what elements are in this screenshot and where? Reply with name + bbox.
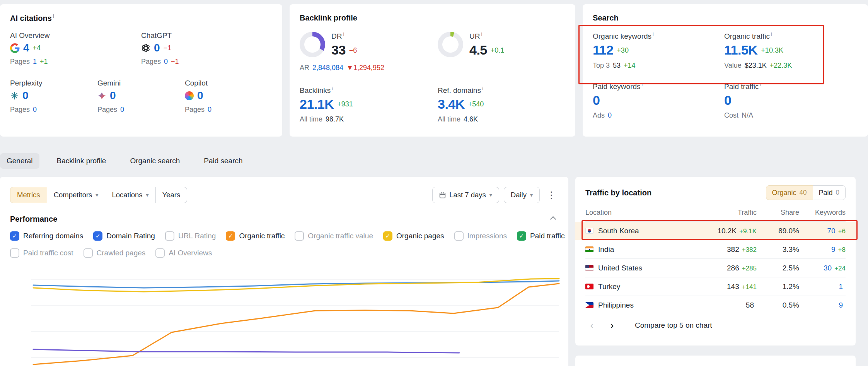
date-controls: Last 7 days▾ Daily▾ ⋮ <box>432 187 558 203</box>
column-location: Location <box>585 209 691 217</box>
metrics-button[interactable]: Metrics <box>10 187 47 203</box>
metric-toggle-domain-rating[interactable]: ✓Domain Rating <box>93 231 155 241</box>
backlink-profile-grid: DRi 33−6 AR 2,848,084 ▼1,294,952 URi 4.5… <box>300 32 565 123</box>
prev-page-button[interactable]: ‹ <box>585 318 599 333</box>
keywords-link[interactable]: 30 <box>824 264 832 272</box>
chevron-down-icon: ▾ <box>530 192 533 198</box>
metric-toggle-organic-traffic-value[interactable]: Organic traffic value <box>295 231 373 241</box>
metric-toggle-impressions[interactable]: Impressions <box>454 231 507 241</box>
metric-value-link[interactable]: 0 <box>22 90 29 102</box>
metric-toggle-organic-pages[interactable]: ✓Organic pages <box>383 231 444 241</box>
metric-value-link[interactable]: 3.4K <box>438 97 465 111</box>
metric-value-link[interactable]: 0 <box>154 42 160 54</box>
metric-value-link[interactable]: 11.5K <box>724 43 757 57</box>
chevron-down-icon: ▾ <box>95 192 98 198</box>
metric-value-link[interactable]: 0 <box>593 93 600 108</box>
traffic-value: 286 <box>727 264 739 272</box>
table-row-india[interactable]: India 382+382 3.3% 9+8 <box>585 240 846 258</box>
metric-delta: −1 <box>164 44 172 52</box>
metric-value-link[interactable]: 0 <box>197 90 203 102</box>
pages-value-link[interactable]: 0 <box>120 106 124 114</box>
metric-label: Copilot <box>185 79 272 87</box>
table-row-united-states[interactable]: United States 286+285 2.5% 30+24 <box>585 258 846 277</box>
location-name: United States <box>598 264 642 272</box>
traffic-by-location-title: Traffic by location <box>585 188 651 197</box>
date-range-button[interactable]: Last 7 days▾ <box>432 187 499 203</box>
metric-value-link[interactable]: 0 <box>724 93 731 108</box>
ar-delta: ▼1,294,952 <box>346 64 384 72</box>
card-title-text: AI citations <box>10 14 52 22</box>
organic-toggle-button[interactable]: Organic40 <box>766 185 813 200</box>
paid-toggle-button[interactable]: Paid0 <box>813 185 846 200</box>
tab-general[interactable]: General <box>0 153 39 169</box>
years-button[interactable]: Years <box>155 187 188 203</box>
metric-toggle-ai-overviews[interactable]: AI Overviews <box>155 248 212 258</box>
ar-value-link[interactable]: 2,848,084 <box>312 64 343 72</box>
compare-top5-on-chart[interactable]: Compare top 5 on chart <box>635 321 712 330</box>
metric-toggle-label: Paid traffic cost <box>23 249 73 257</box>
metric-toggle-paid-traffic-cost[interactable]: Paid traffic cost <box>10 248 73 258</box>
pages-value-link[interactable]: 1 <box>33 58 37 66</box>
next-page-button[interactable]: › <box>605 318 619 333</box>
metric-label: DR <box>331 32 342 40</box>
info-icon[interactable]: i <box>771 32 772 37</box>
view-segmented-control: Metrics Competitors▾ Locations▾ Years <box>10 187 187 203</box>
alltime-value: 98.7K <box>326 115 344 123</box>
sub-value-link[interactable]: 0 <box>608 111 612 120</box>
pages-value-link[interactable]: 0 <box>208 106 211 114</box>
performance-chart <box>0 265 568 366</box>
organic-keywords-metric: Organic keywordsi 112+30 Top 353+14 <box>593 32 724 70</box>
info-icon[interactable]: i <box>642 82 643 87</box>
metric-toggle-referring-domains[interactable]: ✓Referring domains <box>10 231 83 241</box>
metric-toggle-url-rating[interactable]: URL Rating <box>165 231 216 241</box>
keywords-link[interactable]: 9 <box>831 245 836 254</box>
ai-citations-card: AI citationsi AI Overview 4 +4 Pages 1 +… <box>0 4 282 137</box>
checkbox-icon: ✓ <box>10 231 19 241</box>
traffic-delta: +285 <box>742 265 757 272</box>
info-icon[interactable]: i <box>760 82 761 87</box>
keywords-delta: +6 <box>838 227 846 235</box>
metric-toggle-paid-traffic[interactable]: ✓Paid traffic <box>517 231 564 241</box>
performance-panel: Metrics Competitors▾ Locations▾ Years La… <box>0 177 568 366</box>
traffic-by-location-card: Traffic by location Organic40 Paid0 Loca… <box>575 177 856 345</box>
pages-value-link[interactable]: 0 <box>164 58 168 66</box>
sub-label: Top 3 <box>593 62 610 70</box>
tab-paid-search[interactable]: Paid search <box>197 153 249 169</box>
info-icon[interactable]: i <box>53 14 54 19</box>
more-options-button[interactable]: ⋮ <box>544 187 558 203</box>
metric-value-link[interactable]: 4 <box>23 42 29 54</box>
pages-value-link[interactable]: 0 <box>33 106 37 114</box>
info-icon[interactable]: i <box>481 32 482 37</box>
sub-value: $23.1K <box>745 62 767 70</box>
keywords-link[interactable]: 1 <box>839 282 843 291</box>
tab-backlink-profile[interactable]: Backlink profile <box>50 153 113 169</box>
granularity-button[interactable]: Daily▾ <box>504 187 540 203</box>
metric-delta: +931 <box>337 100 353 108</box>
traffic-value: 10.2K <box>717 227 737 235</box>
keywords-link[interactable]: 9 <box>839 301 843 310</box>
competitors-button[interactable]: Competitors▾ <box>47 187 106 203</box>
table-row-turkey[interactable]: Turkey 143+141 1.2% 1 <box>585 277 846 296</box>
table-row-philippines[interactable]: Philippines 58 0.5% 9 <box>585 296 846 314</box>
info-icon[interactable]: i <box>332 86 333 91</box>
turkey-flag-icon <box>585 284 593 289</box>
metric-value-link[interactable]: 112 <box>593 43 613 57</box>
metric-value-link[interactable]: 21.1K <box>300 97 334 111</box>
metric-value-link[interactable]: 0 <box>110 90 116 102</box>
locations-button[interactable]: Locations▾ <box>105 187 155 203</box>
table-row-south-korea[interactable]: South Korea 10.2K+9.1K 89.0% 70+6 <box>585 221 846 240</box>
metric-value: 33 <box>331 43 346 57</box>
collapse-chevron-icon[interactable] <box>550 216 556 222</box>
info-icon[interactable]: i <box>343 32 344 37</box>
tab-organic-search[interactable]: Organic search <box>123 153 186 169</box>
metric-toggle-crawled-pages[interactable]: Crawled pages <box>84 248 146 258</box>
info-icon[interactable]: i <box>653 32 654 37</box>
keywords-link[interactable]: 70 <box>827 227 835 235</box>
info-icon[interactable]: i <box>482 86 483 91</box>
share-value: 0.5% <box>783 301 799 310</box>
metric-toggle-organic-traffic[interactable]: ✓Organic traffic <box>226 231 285 241</box>
location-name: Turkey <box>598 282 620 291</box>
ur-donut <box>438 32 463 57</box>
traffic-delta: +9.1K <box>739 227 757 235</box>
ar-label: AR <box>300 64 309 72</box>
